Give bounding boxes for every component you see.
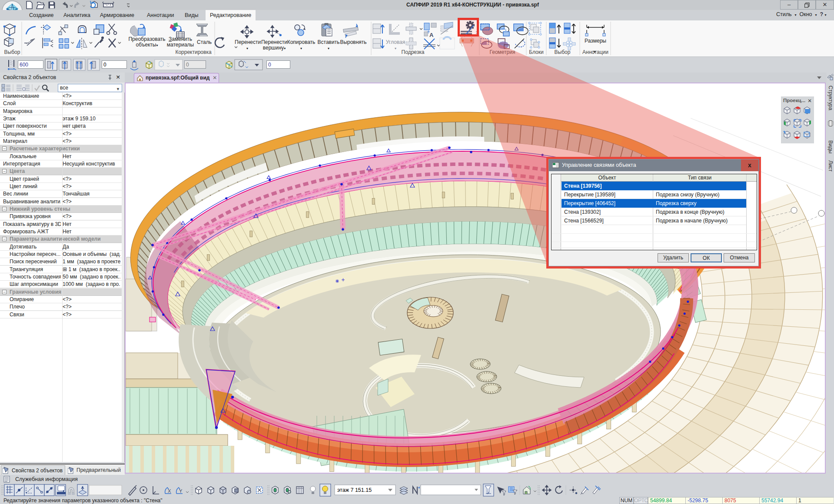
svg-text:этаж 7 151.15: этаж 7 151.15	[337, 487, 372, 493]
svg-text:X: X	[168, 488, 171, 494]
svg-text:Y: Y	[179, 488, 183, 494]
svg-text:A: A	[429, 32, 434, 38]
